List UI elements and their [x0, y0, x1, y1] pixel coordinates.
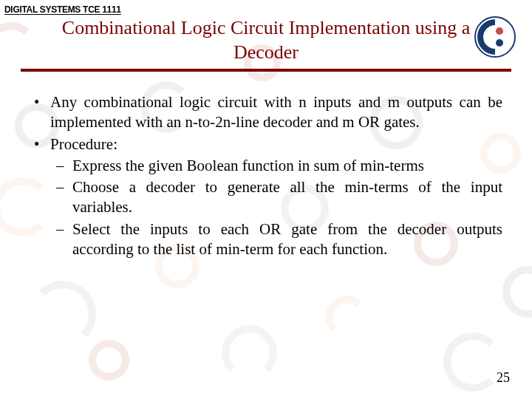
slide-header: Combinational Logic Circuit Implementati…	[0, 0, 532, 64]
slide-title: Combinational Logic Circuit Implementati…	[59, 16, 473, 64]
bullet-item: Any combinational logic circuit with n i…	[30, 92, 502, 133]
slide-content: Any combinational logic circuit with n i…	[0, 72, 532, 259]
sub-bullet-item: Select the inputs to each OR gate from t…	[50, 219, 502, 260]
bullet-item: Procedure:	[30, 134, 502, 154]
svg-point-2	[496, 39, 503, 47]
sub-bullet-item: Choose a decoder to generate all the min…	[50, 177, 502, 218]
institution-logo	[474, 16, 516, 58]
sub-bullet-item: Express the given Boolean function in su…	[50, 156, 502, 176]
svg-point-1	[496, 27, 503, 35]
page-number: 25	[497, 370, 510, 386]
